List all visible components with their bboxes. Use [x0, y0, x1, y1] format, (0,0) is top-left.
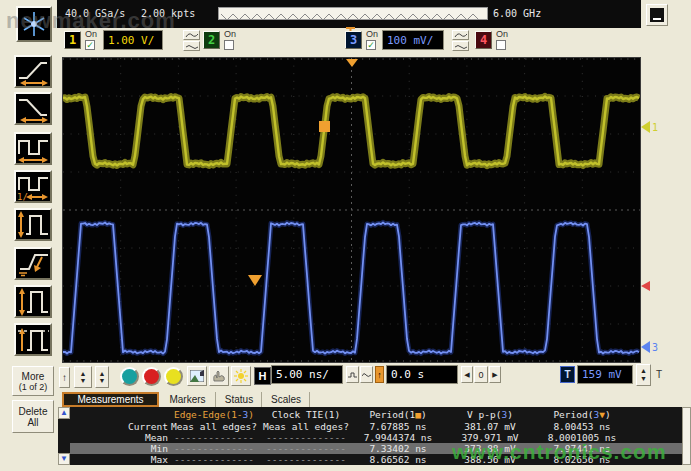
amplitude-icon — [16, 210, 50, 239]
channel-4-on-label: On — [496, 29, 508, 39]
ac-wave-icon — [454, 32, 467, 39]
tab-scales[interactable]: Scales — [263, 392, 310, 407]
more-button[interactable]: More (1 of 2) — [12, 366, 54, 396]
measurement-cell: -------------- — [168, 454, 260, 465]
measurement-column-header: Clock TIE(1) — [260, 409, 352, 420]
channel-2-on-label: On — [224, 29, 236, 39]
measurement-cell: 381.07 mV — [444, 421, 536, 432]
measurement-cell: Meas all edges? — [168, 421, 260, 432]
period-button[interactable] — [14, 132, 52, 165]
measurement-cell: -------------- — [260, 443, 352, 454]
trigger-time-ref-icon[interactable]: ↑ — [375, 366, 384, 383]
v-max-icon — [16, 287, 50, 316]
channel-1-coupling-dc-button[interactable] — [183, 41, 200, 51]
measurement-column-header: Period(1■) — [352, 409, 444, 420]
measurement-column-header: V p-p(3) — [444, 409, 536, 420]
channel-2-button[interactable]: 2 — [203, 31, 220, 49]
frequency-button[interactable]: 1/ — [14, 170, 52, 203]
horizontal-menu-button[interactable]: H — [254, 367, 271, 385]
frequency-icon: 1/ — [16, 172, 50, 201]
acquisition-preview-bar[interactable] — [218, 7, 488, 20]
v-average-button[interactable] — [14, 247, 52, 280]
marker-arrow-button[interactable]: ↑ — [59, 367, 70, 388]
channel-3-coupling-dc-button[interactable] — [452, 41, 469, 51]
measurement-cell: -------------- — [260, 432, 352, 443]
v-max-button[interactable] — [14, 285, 52, 318]
tab-measurements[interactable]: Measurements — [62, 392, 159, 407]
delay-left-button[interactable]: ◀ — [461, 366, 473, 383]
channel-3-ground-marker[interactable]: 3 — [641, 340, 663, 354]
ac-wave-icon — [185, 32, 198, 39]
picture-icon — [190, 370, 204, 382]
channel-3-marker-label: 3 — [652, 342, 658, 353]
measurement-column-header: Edge-Edge(1-3) — [168, 409, 260, 420]
measurement-cell: 7.33402 ns — [352, 443, 444, 454]
channel-4-on-checkbox[interactable] — [496, 40, 506, 50]
hand-icon — [212, 370, 226, 382]
table-scroll-down-button[interactable]: ▼ — [58, 453, 70, 465]
dc-wave-icon — [454, 43, 467, 50]
watermark-bottom-right: www.cntronics.com — [452, 440, 667, 464]
trigger-level-field[interactable]: 159 mV — [577, 365, 633, 384]
channel-1-ground-marker[interactable]: 1 — [641, 120, 663, 134]
trigger-position-field[interactable]: 0.0 s — [386, 365, 458, 384]
trigger-level-stepper[interactable]: ▲▼ — [636, 364, 651, 386]
channel-3-button[interactable]: 3 — [345, 31, 362, 49]
tab-markers[interactable]: Markers — [160, 392, 216, 407]
sun-icon — [234, 369, 248, 383]
measurement-cell: -------------- — [260, 454, 352, 465]
screenshot-button[interactable] — [187, 366, 207, 386]
rise-time-button[interactable] — [14, 55, 52, 88]
channel-1-on-checkbox[interactable]: ✓ — [85, 40, 95, 50]
rise-time-icon — [16, 57, 50, 86]
fine-adjust-stepper[interactable]: ▲▼ — [95, 366, 109, 388]
measurements-header-row: Edge-Edge(1-3)Clock TIE(1)Period(1■)V p-… — [70, 409, 682, 420]
channel-3-scale-field[interactable]: 100 mV/ — [382, 30, 444, 50]
timebase-field[interactable]: 5.00 ns/ — [271, 365, 343, 384]
table-scroll-up-button[interactable]: ▲ — [58, 407, 70, 419]
trigger-level-marker[interactable] — [641, 278, 653, 290]
trigger-right-label: T — [656, 369, 662, 380]
marker-triangle-icon — [248, 275, 262, 286]
channel-1-marker-label: 1 — [652, 122, 658, 133]
delete-all-button[interactable]: Delete All — [12, 400, 54, 433]
channel-4-button[interactable]: 4 — [475, 31, 492, 49]
table-right-scrollbar[interactable] — [682, 407, 691, 465]
measurement-cell: -------------- — [168, 432, 260, 443]
minimize-button[interactable] — [646, 4, 668, 26]
cursor-color-red-button[interactable] — [142, 367, 161, 386]
channel-3-on-checkbox[interactable]: ✓ — [366, 40, 376, 50]
v-top-button[interactable] — [14, 323, 52, 356]
measurement-cell: 8.00453 ns — [536, 421, 628, 432]
trigger-position-tick[interactable] — [346, 20, 355, 27]
tab-status[interactable]: Status — [217, 392, 262, 407]
delay-right-button[interactable]: ▶ — [489, 366, 501, 383]
channel-1-coupling-ac-button[interactable] — [183, 30, 200, 40]
minimize-icon — [653, 18, 661, 20]
watermark-top-left: newmaker.com — [6, 8, 176, 34]
coarse-adjust-stepper[interactable]: ▲▼ — [74, 366, 92, 388]
trigger-menu-button[interactable]: T — [560, 366, 575, 383]
horizontal-zoom-button[interactable] — [346, 366, 359, 383]
touch-button[interactable] — [209, 366, 229, 386]
channel-3-coupling-ac-button[interactable] — [452, 30, 469, 40]
dc-wave-icon — [185, 43, 198, 50]
cursor-color-teal-button[interactable] — [120, 367, 139, 386]
period-icon — [16, 134, 50, 163]
fall-time-icon — [16, 94, 50, 123]
display-intensity-button[interactable] — [231, 366, 251, 386]
channel-2-on-checkbox[interactable] — [224, 40, 234, 50]
horizontal-wave-button[interactable] — [360, 366, 373, 383]
measurement-row-label: Current — [70, 421, 168, 432]
amplitude-button[interactable] — [14, 208, 52, 241]
delay-zero-button[interactable]: 0 — [474, 366, 488, 383]
cursor-color-yellow-button[interactable] — [164, 367, 183, 386]
waveform-display[interactable] — [62, 57, 641, 363]
v-top-icon — [16, 325, 50, 354]
fall-time-button[interactable] — [14, 92, 52, 125]
measurement-row[interactable]: CurrentMeas all edges?Meas all edges?7.6… — [70, 421, 682, 432]
measurement-cell: 7.9944374 ns — [352, 432, 444, 443]
oscilloscope-app: 1/ More — [0, 0, 691, 471]
measurement-cell: -------------- — [168, 443, 260, 454]
trigger-marker-icon — [346, 59, 358, 67]
